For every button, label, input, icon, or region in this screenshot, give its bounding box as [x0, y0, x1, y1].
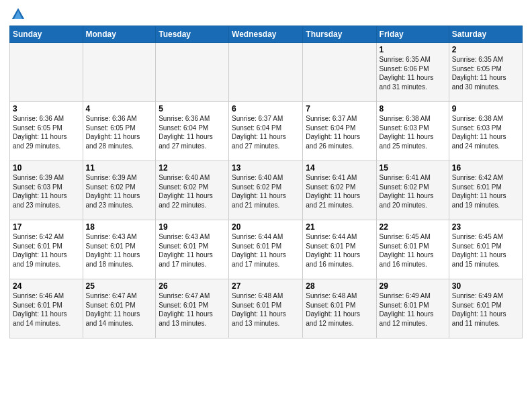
day-number: 26: [159, 281, 226, 291]
day-number: 10: [13, 163, 80, 173]
calendar-cell: 24Sunrise: 6:46 AM Sunset: 6:01 PM Dayli…: [10, 279, 83, 338]
day-number: 15: [380, 163, 446, 173]
calendar-cell: 14Sunrise: 6:41 AM Sunset: 6:02 PM Dayli…: [303, 161, 376, 220]
calendar-cell: 12Sunrise: 6:40 AM Sunset: 6:02 PM Dayli…: [156, 161, 229, 220]
header: [9, 7, 523, 21]
day-number: 18: [86, 222, 153, 232]
day-info: Sunrise: 6:47 AM Sunset: 6:01 PM Dayligh…: [159, 291, 226, 328]
calendar-cell: [303, 43, 376, 102]
calendar-cell: [83, 43, 156, 102]
day-number: 9: [452, 104, 519, 113]
calendar-cell: 23Sunrise: 6:45 AM Sunset: 6:01 PM Dayli…: [449, 220, 522, 279]
logo: [9, 7, 27, 21]
calendar-day-header: Monday: [83, 26, 156, 43]
calendar-cell: 1Sunrise: 6:35 AM Sunset: 6:06 PM Daylig…: [376, 43, 449, 102]
calendar-cell: 22Sunrise: 6:45 AM Sunset: 6:01 PM Dayli…: [376, 220, 449, 279]
day-info: Sunrise: 6:36 AM Sunset: 6:05 PM Dayligh…: [13, 114, 80, 150]
day-number: 20: [232, 222, 300, 232]
day-info: Sunrise: 6:39 AM Sunset: 6:02 PM Dayligh…: [86, 173, 153, 210]
day-info: Sunrise: 6:46 AM Sunset: 6:01 PM Dayligh…: [13, 291, 80, 328]
calendar-table: SundayMondayTuesdayWednesdayThursdayFrid…: [9, 26, 523, 338]
day-number: 25: [86, 281, 153, 291]
day-info: Sunrise: 6:45 AM Sunset: 6:01 PM Dayligh…: [452, 232, 519, 269]
day-number: 24: [13, 281, 80, 291]
calendar-day-header: Friday: [376, 26, 449, 43]
logo-icon: [11, 7, 26, 21]
calendar-cell: 4Sunrise: 6:36 AM Sunset: 6:05 PM Daylig…: [83, 102, 156, 161]
day-info: Sunrise: 6:36 AM Sunset: 6:05 PM Dayligh…: [86, 114, 153, 150]
calendar-day-header: Saturday: [449, 26, 522, 43]
calendar-cell: 7Sunrise: 6:37 AM Sunset: 6:04 PM Daylig…: [303, 102, 376, 161]
calendar-week-row: 3Sunrise: 6:36 AM Sunset: 6:05 PM Daylig…: [10, 102, 523, 161]
day-info: Sunrise: 6:35 AM Sunset: 6:05 PM Dayligh…: [452, 55, 519, 91]
calendar-week-row: 10Sunrise: 6:39 AM Sunset: 6:03 PM Dayli…: [10, 161, 523, 220]
day-number: 4: [86, 104, 153, 113]
day-number: 6: [232, 104, 300, 113]
calendar-cell: 9Sunrise: 6:38 AM Sunset: 6:03 PM Daylig…: [449, 102, 522, 161]
day-number: 7: [306, 104, 373, 113]
calendar-day-header: Thursday: [303, 26, 376, 43]
page-container: SundayMondayTuesdayWednesdayThursdayFrid…: [0, 0, 532, 342]
day-info: Sunrise: 6:40 AM Sunset: 6:02 PM Dayligh…: [232, 173, 300, 210]
calendar-week-row: 17Sunrise: 6:42 AM Sunset: 6:01 PM Dayli…: [10, 220, 523, 279]
day-info: Sunrise: 6:44 AM Sunset: 6:01 PM Dayligh…: [306, 232, 373, 269]
calendar-cell: 27Sunrise: 6:48 AM Sunset: 6:01 PM Dayli…: [229, 279, 303, 338]
calendar-day-header: Sunday: [10, 26, 83, 43]
calendar-day-header: Tuesday: [156, 26, 229, 43]
day-number: 11: [86, 163, 153, 173]
day-info: Sunrise: 6:49 AM Sunset: 6:01 PM Dayligh…: [380, 291, 446, 328]
day-info: Sunrise: 6:45 AM Sunset: 6:01 PM Dayligh…: [380, 232, 446, 269]
calendar-cell: 30Sunrise: 6:49 AM Sunset: 6:01 PM Dayli…: [449, 279, 522, 338]
calendar-cell: 8Sunrise: 6:38 AM Sunset: 6:03 PM Daylig…: [376, 102, 449, 161]
day-info: Sunrise: 6:37 AM Sunset: 6:04 PM Dayligh…: [232, 114, 300, 150]
day-info: Sunrise: 6:42 AM Sunset: 6:01 PM Dayligh…: [452, 173, 519, 210]
day-number: 19: [159, 222, 226, 232]
day-info: Sunrise: 6:40 AM Sunset: 6:02 PM Dayligh…: [159, 173, 226, 210]
day-info: Sunrise: 6:41 AM Sunset: 6:02 PM Dayligh…: [306, 173, 373, 210]
calendar-week-row: 1Sunrise: 6:35 AM Sunset: 6:06 PM Daylig…: [10, 43, 523, 102]
day-number: 14: [306, 163, 373, 173]
day-number: 28: [306, 281, 373, 291]
day-number: 23: [452, 222, 519, 232]
day-info: Sunrise: 6:38 AM Sunset: 6:03 PM Dayligh…: [380, 114, 446, 150]
day-number: 16: [452, 163, 519, 173]
calendar-cell: 29Sunrise: 6:49 AM Sunset: 6:01 PM Dayli…: [376, 279, 449, 338]
calendar-cell: 3Sunrise: 6:36 AM Sunset: 6:05 PM Daylig…: [10, 102, 83, 161]
day-info: Sunrise: 6:37 AM Sunset: 6:04 PM Dayligh…: [306, 114, 373, 150]
day-info: Sunrise: 6:43 AM Sunset: 6:01 PM Dayligh…: [86, 232, 153, 269]
calendar-cell: 16Sunrise: 6:42 AM Sunset: 6:01 PM Dayli…: [449, 161, 522, 220]
day-number: 29: [380, 281, 446, 291]
day-info: Sunrise: 6:49 AM Sunset: 6:01 PM Dayligh…: [452, 291, 519, 328]
calendar-cell: 11Sunrise: 6:39 AM Sunset: 6:02 PM Dayli…: [83, 161, 156, 220]
day-number: 3: [13, 104, 80, 113]
calendar-cell: 15Sunrise: 6:41 AM Sunset: 6:02 PM Dayli…: [376, 161, 449, 220]
day-number: 5: [159, 104, 226, 113]
day-number: 21: [306, 222, 373, 232]
calendar-cell: 25Sunrise: 6:47 AM Sunset: 6:01 PM Dayli…: [83, 279, 156, 338]
day-number: 30: [452, 281, 519, 291]
day-number: 8: [380, 104, 446, 113]
calendar-cell: 20Sunrise: 6:44 AM Sunset: 6:01 PM Dayli…: [229, 220, 303, 279]
calendar-cell: 5Sunrise: 6:36 AM Sunset: 6:04 PM Daylig…: [156, 102, 229, 161]
day-info: Sunrise: 6:39 AM Sunset: 6:03 PM Dayligh…: [13, 173, 80, 210]
day-info: Sunrise: 6:48 AM Sunset: 6:01 PM Dayligh…: [306, 291, 373, 328]
day-number: 27: [232, 281, 300, 291]
calendar-cell: 10Sunrise: 6:39 AM Sunset: 6:03 PM Dayli…: [10, 161, 83, 220]
day-info: Sunrise: 6:36 AM Sunset: 6:04 PM Dayligh…: [159, 114, 226, 150]
calendar-cell: 21Sunrise: 6:44 AM Sunset: 6:01 PM Dayli…: [303, 220, 376, 279]
calendar-cell: 17Sunrise: 6:42 AM Sunset: 6:01 PM Dayli…: [10, 220, 83, 279]
day-info: Sunrise: 6:43 AM Sunset: 6:01 PM Dayligh…: [159, 232, 226, 269]
day-info: Sunrise: 6:44 AM Sunset: 6:01 PM Dayligh…: [232, 232, 300, 269]
day-info: Sunrise: 6:35 AM Sunset: 6:06 PM Dayligh…: [380, 55, 446, 91]
calendar-cell: 18Sunrise: 6:43 AM Sunset: 6:01 PM Dayli…: [83, 220, 156, 279]
day-number: 2: [452, 45, 519, 54]
calendar-header-row: SundayMondayTuesdayWednesdayThursdayFrid…: [10, 26, 523, 43]
day-info: Sunrise: 6:38 AM Sunset: 6:03 PM Dayligh…: [452, 114, 519, 150]
day-number: 13: [232, 163, 300, 173]
calendar-cell: 6Sunrise: 6:37 AM Sunset: 6:04 PM Daylig…: [229, 102, 303, 161]
calendar-cell: 28Sunrise: 6:48 AM Sunset: 6:01 PM Dayli…: [303, 279, 376, 338]
day-info: Sunrise: 6:41 AM Sunset: 6:02 PM Dayligh…: [380, 173, 446, 210]
calendar-week-row: 24Sunrise: 6:46 AM Sunset: 6:01 PM Dayli…: [10, 279, 523, 338]
calendar-cell: 19Sunrise: 6:43 AM Sunset: 6:01 PM Dayli…: [156, 220, 229, 279]
calendar-cell: 13Sunrise: 6:40 AM Sunset: 6:02 PM Dayli…: [229, 161, 303, 220]
